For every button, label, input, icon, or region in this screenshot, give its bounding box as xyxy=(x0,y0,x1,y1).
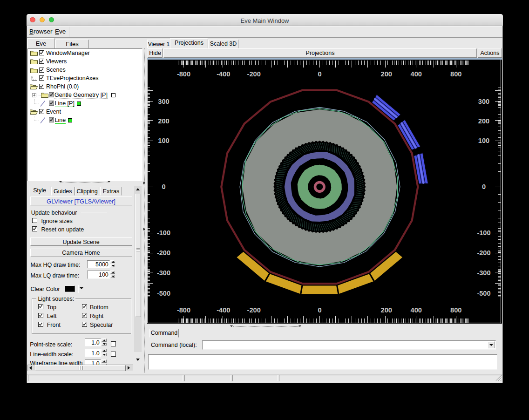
svg-text:-800: -800 xyxy=(177,306,190,314)
svg-text:-300: -300 xyxy=(477,269,490,277)
svg-text:-400: -400 xyxy=(217,306,230,314)
svg-text:400: 400 xyxy=(411,70,422,78)
svg-text:-100: -100 xyxy=(477,229,490,237)
svg-text:200: 200 xyxy=(158,117,169,125)
svg-text:300: 300 xyxy=(478,98,489,105)
svg-text:-200: -200 xyxy=(477,249,490,257)
svg-text:-400: -400 xyxy=(217,70,230,78)
svg-text:0: 0 xyxy=(482,183,486,190)
svg-text:0: 0 xyxy=(318,70,321,78)
svg-text:-800: -800 xyxy=(177,70,190,78)
svg-text:100: 100 xyxy=(478,137,489,144)
svg-text:100: 100 xyxy=(158,137,169,144)
svg-text:-300: -300 xyxy=(157,269,170,277)
svg-text:0: 0 xyxy=(318,306,321,314)
svg-text:200: 200 xyxy=(381,70,392,78)
svg-text:-200: -200 xyxy=(247,306,261,314)
svg-text:-500: -500 xyxy=(477,290,490,297)
svg-text:200: 200 xyxy=(478,117,489,125)
svg-text:400: 400 xyxy=(411,306,422,314)
svg-text:-500: -500 xyxy=(157,290,170,297)
svg-text:-200: -200 xyxy=(157,249,170,257)
svg-text:300: 300 xyxy=(158,98,169,105)
svg-text:-100: -100 xyxy=(157,229,170,237)
svg-text:800: 800 xyxy=(450,306,461,314)
svg-text:-200: -200 xyxy=(247,70,261,78)
svg-text:200: 200 xyxy=(381,306,392,314)
svg-text:800: 800 xyxy=(450,70,461,78)
svg-text:0: 0 xyxy=(162,183,165,190)
